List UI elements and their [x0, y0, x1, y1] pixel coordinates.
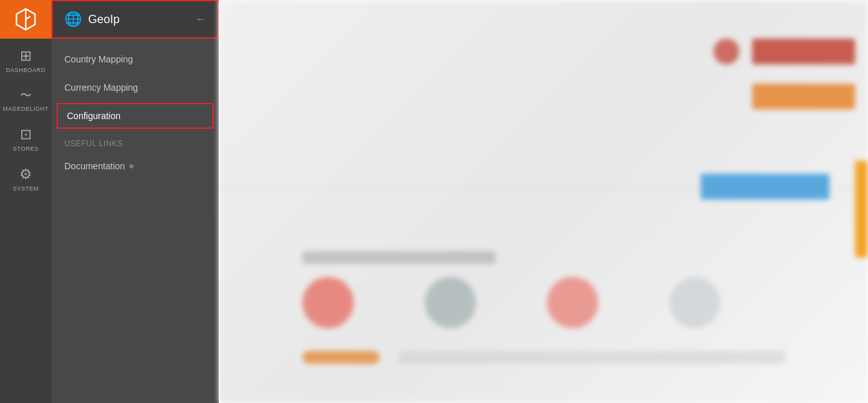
stores-icon: ⊡ — [20, 126, 32, 143]
menu-item-documentation[interactable]: Documentation ✱ — [51, 152, 219, 180]
sidebar-item-system-label: SYSTEM — [13, 185, 39, 192]
logo-area[interactable] — [0, 0, 51, 39]
sidebar-item-system[interactable]: ⚙ SYSTEM — [0, 157, 51, 197]
blur-avatar — [714, 39, 739, 64]
blur-circle-1 — [302, 277, 354, 328]
menu-title: GeoIp — [88, 13, 120, 26]
system-icon: ⚙ — [19, 166, 32, 183]
blur-circle-4 — [669, 277, 721, 328]
menu-sidebar: 🌐 GeoIp ← Country Mapping Currency Mappi… — [51, 0, 219, 403]
main-blur-overlay — [219, 0, 868, 403]
blur-circle-3 — [547, 277, 598, 328]
icon-sidebar: ⊞ DASHBOARD 〜 MAGEDELIGHT ⊡ STORES ⚙ SYS… — [0, 0, 51, 403]
menu-item-configuration[interactable]: Configuration — [57, 103, 214, 129]
globe-icon: 🌐 — [64, 11, 82, 28]
blur-text-2 — [399, 351, 785, 364]
sidebar-item-magedelight[interactable]: 〜 MAGEDELIGHT — [0, 79, 51, 117]
menu-header: 🌐 GeoIp ← — [51, 0, 219, 39]
menu-header-left: 🌐 GeoIp — [64, 11, 120, 28]
blur-orange-button — [752, 84, 855, 109]
menu-items: Country Mapping Currency Mapping Configu… — [51, 39, 219, 180]
sidebar-item-stores[interactable]: ⊡ STORES — [0, 117, 51, 157]
blur-heading — [302, 251, 495, 264]
blur-blue-button — [701, 174, 829, 200]
external-link-icon: ✱ — [129, 163, 134, 170]
main-content — [219, 0, 868, 403]
dashboard-icon: ⊞ — [20, 48, 32, 64]
menu-section-useful-links: Useful Links — [51, 130, 219, 152]
magedelight-icon: 〜 — [20, 88, 32, 103]
menu-item-currency-mapping[interactable]: Currency Mapping — [51, 73, 219, 102]
blur-top-right — [752, 39, 855, 64]
sidebar-item-magedelight-label: MAGEDELIGHT — [3, 106, 48, 112]
menu-item-country-mapping[interactable]: Country Mapping — [51, 45, 219, 73]
blur-yellow-bar — [855, 161, 868, 258]
sidebar-item-dashboard[interactable]: ⊞ DASHBOARD — [0, 39, 51, 79]
blur-circle-2 — [425, 277, 476, 328]
sidebar-item-dashboard-label: DASHBOARD — [6, 67, 46, 73]
blur-text-1 — [302, 351, 380, 364]
back-arrow-icon[interactable]: ← — [196, 14, 206, 25]
sidebar-item-stores-label: STORES — [13, 145, 39, 152]
magento-logo-icon — [14, 8, 37, 31]
